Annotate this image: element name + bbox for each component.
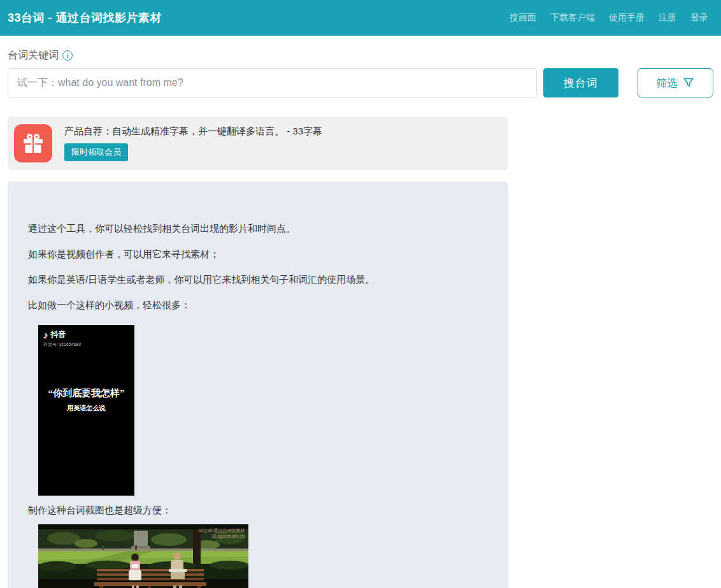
douyin-app-name: 抖音 bbox=[51, 329, 66, 340]
promo-body: 产品自荐：自动生成精准字幕，并一键翻译多语言。 - 33字幕 限时领取会员 bbox=[64, 123, 322, 161]
gift-icon bbox=[14, 124, 52, 162]
video-quote-text: “你到底要我怎样” bbox=[38, 387, 134, 399]
promo-banner: 产品自荐：自动生成精准字幕，并一键翻译多语言。 - 33字幕 限时领取会员 bbox=[8, 117, 508, 170]
header-nav: 搜画面 下载客户端 使用手册 注册 登录 bbox=[510, 12, 708, 24]
funnel-icon bbox=[683, 77, 694, 89]
search-lines-button[interactable]: 搜台词 bbox=[543, 68, 618, 97]
douyin-account-id: 抖音号: ys1654680 bbox=[43, 341, 81, 348]
screenshot-caption: 制作这种台词截图也是超级方便： bbox=[28, 505, 488, 515]
nav-register[interactable]: 注册 bbox=[659, 12, 676, 24]
intro-paragraph-4: 比如做一个这样的小视频，轻松很多： bbox=[28, 299, 488, 310]
douyin-logo: ♪ 抖音 bbox=[43, 329, 66, 340]
douyin-video-thumbnail: ♪ 抖音 抖音号: ys1654680 “你到底要我怎样” 用英语怎么说 bbox=[38, 325, 134, 496]
keyword-label-row: 台词关键词 i bbox=[8, 49, 721, 62]
intro-paragraph-3: 如果你是英语/日语学生或者老师，你可以用它来找到相关句子和词汇的使用场景。 bbox=[28, 274, 488, 285]
still-watermark-line1: 33台词-通过台词找素材 bbox=[198, 527, 245, 533]
nav-search-frame[interactable]: 搜画面 bbox=[510, 12, 536, 24]
tiktok-note-icon: ♪ bbox=[43, 329, 48, 340]
keyword-label: 台词关键词 bbox=[8, 49, 59, 62]
filter-button-label: 筛选 bbox=[656, 76, 678, 90]
nav-login[interactable]: 登录 bbox=[690, 12, 708, 24]
intro-panel: 通过这个工具，你可以轻松找到相关台词出现的影片和时间点。 如果你是视频创作者，可… bbox=[8, 182, 508, 588]
still-watermark-line2: 33.agilestudio.cn bbox=[211, 534, 245, 539]
video-subtitle-text: 用英语怎么说 bbox=[38, 404, 134, 413]
intro-paragraph-2: 如果你是视频创作者，可以用它来寻找素材； bbox=[28, 248, 488, 259]
subtitle-search-input[interactable] bbox=[8, 68, 537, 97]
site-title: 33台词 - 通过台词找影片素材 bbox=[8, 10, 162, 25]
claim-membership-button[interactable]: 限时领取会员 bbox=[64, 143, 128, 161]
info-icon[interactable]: i bbox=[62, 50, 73, 61]
promo-text: 产品自荐：自动生成精准字幕，并一键翻译多语言。 - 33字幕 bbox=[64, 125, 322, 138]
nav-download-client[interactable]: 下载客户端 bbox=[550, 12, 595, 24]
nav-user-manual[interactable]: 使用手册 bbox=[609, 12, 645, 24]
search-row: 搜台词 筛选 bbox=[8, 68, 713, 97]
movie-still-image: 33台词-通过台词找素材 33.agilestudio.cn bbox=[38, 524, 248, 588]
top-header: 33台词 - 通过台词找影片素材 搜画面 下载客户端 使用手册 注册 登录 bbox=[0, 0, 721, 36]
filter-button[interactable]: 筛选 bbox=[638, 68, 714, 97]
intro-paragraph-1: 通过这个工具，你可以轻松找到相关台词出现的影片和时间点。 bbox=[28, 223, 488, 234]
